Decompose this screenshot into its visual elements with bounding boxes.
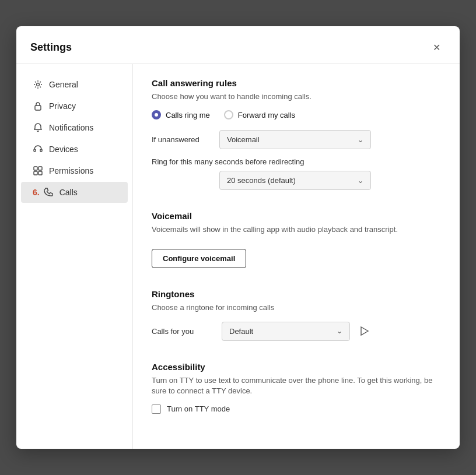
modal-body: General Privacy: [16, 64, 460, 449]
sidebar-item-general-label: General: [49, 80, 78, 89]
calls-step-number: 6.: [33, 188, 40, 197]
accessibility-section: Accessibility Turn on TTY to use text to…: [152, 362, 441, 414]
tty-checkbox[interactable]: [152, 404, 161, 414]
svg-rect-7: [38, 171, 42, 175]
ringtone-select-value: Default: [229, 327, 253, 336]
calls-ring-me-option[interactable]: Calls ring me: [152, 110, 210, 119]
calls-ring-me-label: Calls ring me: [166, 111, 210, 119]
ringtones-desc: Choose a ringtone for incoming calls: [152, 302, 441, 313]
ringtones-section: Ringtones Choose a ringtone for incoming…: [152, 289, 441, 340]
svg-rect-2: [34, 149, 36, 152]
sidebar-item-devices[interactable]: Devices: [21, 139, 128, 160]
voicemail-section: Voicemail Voicemails will show in the ca…: [152, 211, 441, 268]
accessibility-title: Accessibility: [152, 362, 441, 372]
svg-rect-5: [38, 167, 42, 170]
svg-rect-1: [35, 105, 41, 110]
if-unanswered-label: If unanswered: [152, 135, 210, 144]
sidebar-item-privacy-label: Privacy: [49, 101, 76, 111]
voicemail-desc: Voicemails will show in the calling app …: [152, 224, 441, 235]
sidebar-item-calls-label: Calls: [60, 188, 78, 197]
sidebar-item-permissions[interactable]: Permissions: [21, 160, 128, 181]
calls-for-you-row: Calls for you Default ⌄: [152, 322, 441, 341]
ring-seconds-value: 20 seconds (default): [227, 176, 296, 185]
ring-seconds-chevron-icon: ⌄: [358, 177, 363, 185]
if-unanswered-row: If unanswered Voicemail ⌄: [152, 130, 441, 149]
ring-seconds-label: Ring for this many seconds before redire…: [152, 157, 441, 166]
sidebar-item-devices-label: Devices: [49, 145, 78, 154]
forward-calls-option[interactable]: Forward my calls: [224, 110, 295, 119]
accessibility-desc: Turn on TTY to use text to communicate o…: [152, 375, 441, 396]
voicemail-chevron-icon: ⌄: [358, 136, 363, 144]
call-answering-desc: Choose how you want to handle incoming c…: [152, 92, 441, 102]
sidebar: General Privacy: [16, 64, 133, 449]
tty-label: Turn on TTY mode: [167, 404, 230, 413]
configure-voicemail-button[interactable]: Configure voicemail: [152, 249, 246, 268]
ringtone-chevron-icon: ⌄: [337, 327, 342, 335]
ring-seconds-row: 20 seconds (default) ⌄: [152, 171, 441, 190]
modal-title: Settings: [30, 41, 72, 54]
sidebar-item-privacy[interactable]: Privacy: [21, 96, 128, 117]
ringtone-select[interactable]: Default ⌄: [222, 322, 350, 341]
gear-icon: [33, 79, 43, 90]
headset-icon: [33, 144, 43, 154]
modal-header: Settings ✕: [16, 26, 460, 64]
sidebar-item-general[interactable]: General: [21, 74, 128, 95]
voicemail-title: Voicemail: [152, 211, 441, 221]
lock-icon: [33, 101, 43, 111]
sidebar-item-notifications-label: Notifications: [49, 123, 93, 132]
close-button[interactable]: ✕: [427, 38, 446, 57]
svg-rect-4: [34, 167, 37, 170]
bell-icon: [33, 122, 43, 133]
forward-calls-label: Forward my calls: [238, 111, 295, 119]
svg-rect-3: [40, 149, 42, 152]
voicemail-select[interactable]: Voicemail ⌄: [219, 130, 371, 149]
ringtones-title: Ringtones: [152, 289, 441, 299]
content-area: Call answering rules Choose how you want…: [133, 64, 460, 449]
tty-mode-row: Turn on TTY mode: [152, 404, 441, 414]
sidebar-item-calls[interactable]: 6. Calls: [21, 182, 128, 203]
phone-icon: [43, 187, 54, 198]
settings-modal: Settings ✕ General: [16, 26, 460, 449]
sidebar-item-notifications[interactable]: Notifications: [21, 117, 128, 138]
svg-marker-8: [361, 327, 368, 335]
svg-point-0: [37, 83, 40, 86]
grid-icon: [33, 166, 43, 176]
play-icon: [359, 326, 369, 336]
play-ringtone-button[interactable]: [356, 323, 372, 339]
sidebar-item-permissions-label: Permissions: [49, 166, 93, 175]
call-answering-section: Call answering rules Choose how you want…: [152, 78, 441, 190]
ring-seconds-select[interactable]: 20 seconds (default) ⌄: [219, 171, 371, 190]
svg-rect-6: [34, 171, 37, 175]
call-answering-title: Call answering rules: [152, 78, 441, 88]
calls-ring-me-radio[interactable]: [152, 110, 161, 119]
voicemail-select-value: Voicemail: [227, 135, 260, 144]
forward-calls-radio[interactable]: [224, 110, 233, 119]
calls-for-you-label: Calls for you: [152, 327, 216, 336]
call-answering-radio-group: Calls ring me Forward my calls: [152, 110, 441, 119]
